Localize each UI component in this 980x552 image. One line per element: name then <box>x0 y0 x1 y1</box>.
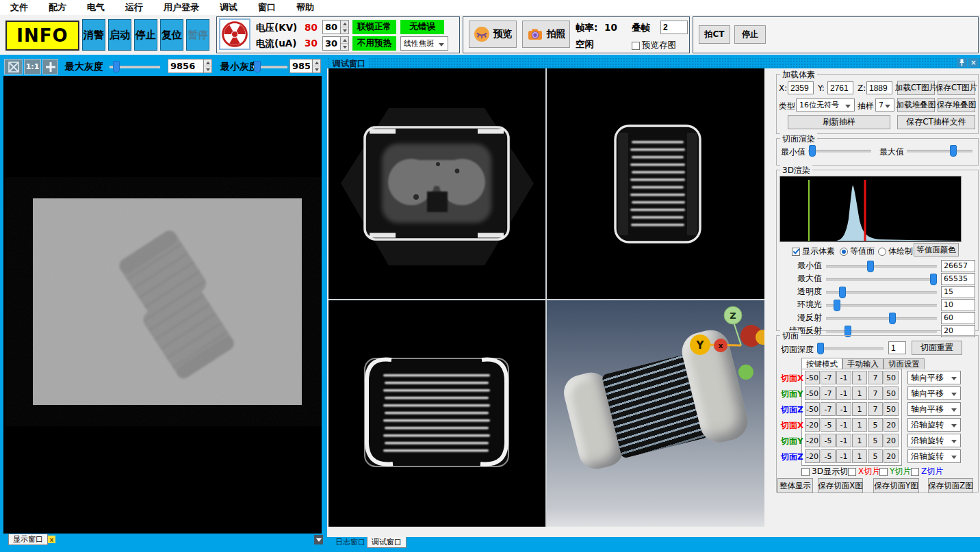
slice-step-button[interactable]: -1 <box>836 402 851 416</box>
save-slice-button[interactable]: 保存切面Z图 <box>928 478 973 493</box>
slider-track[interactable] <box>826 304 937 307</box>
max-gray-spinner[interactable] <box>203 59 212 73</box>
save-slice-button[interactable]: 保存切面Y图 <box>873 478 919 493</box>
slice-depth-input[interactable] <box>888 341 906 354</box>
min-gray-spinner[interactable] <box>312 59 321 73</box>
control-button[interactable]: 暂停 <box>186 19 209 51</box>
min-gray-thumb[interactable] <box>254 61 261 73</box>
menu-item[interactable]: 窗口 <box>248 1 286 14</box>
iso-color-button[interactable]: 等值面颜色 <box>914 243 959 257</box>
isosurface-item[interactable]: 等值面 <box>840 246 875 257</box>
show-voxel-item[interactable]: 显示体素 <box>792 246 835 257</box>
save-ct-button[interactable]: 保存CT图片 <box>938 81 975 95</box>
sample-dropdown[interactable]: 7 <box>875 98 894 111</box>
save-stack-button[interactable]: 保存堆叠图 <box>938 98 975 112</box>
save-slice-button[interactable]: 保存切面X图 <box>818 478 863 493</box>
ct-slice-view-yz[interactable] <box>547 68 764 299</box>
current-setpoint[interactable] <box>322 36 349 51</box>
tab-debug-window[interactable]: 调试窗口 <box>367 537 407 548</box>
slider[interactable] <box>826 260 937 272</box>
slice-step-button[interactable]: -20 <box>805 449 820 463</box>
isosurface-radio[interactable] <box>840 248 848 256</box>
slider-track[interactable] <box>826 278 937 281</box>
slice-step-button[interactable]: -5 <box>821 434 836 447</box>
current-setpoint-input[interactable] <box>322 36 340 51</box>
xray-live-image[interactable] <box>3 76 322 534</box>
slice-render-min-track[interactable] <box>808 150 871 153</box>
slice-step-button[interactable]: 1 <box>852 418 867 432</box>
checkbox[interactable] <box>911 468 919 476</box>
slice-step-button[interactable]: -50 <box>805 371 820 384</box>
axis-gizmo[interactable]: Z Y x <box>682 304 764 384</box>
pin-button[interactable] <box>957 58 967 67</box>
slice-render-min-slider[interactable] <box>808 144 871 157</box>
show-voxel-checkbox[interactable] <box>792 248 800 256</box>
slider[interactable] <box>826 273 937 285</box>
slice-step-button[interactable]: -20 <box>805 418 820 432</box>
slice-step-button[interactable]: 50 <box>884 386 899 400</box>
control-button[interactable]: 停止 <box>134 19 157 51</box>
slice-step-button[interactable]: -1 <box>836 434 851 447</box>
menu-item[interactable]: 帮助 <box>286 1 324 14</box>
stack-frames-input[interactable] <box>660 21 688 34</box>
slice-depth-slider[interactable] <box>818 342 884 354</box>
slice-mode-dropdown[interactable]: 轴向平移 <box>907 386 961 400</box>
type-dropdown[interactable]: 16位无符号 <box>796 98 855 111</box>
crosshair-button[interactable] <box>42 59 58 75</box>
save-preview-checkbox[interactable] <box>632 42 640 50</box>
slice-step-button[interactable]: -1 <box>836 371 851 384</box>
slice-render-max-slider[interactable] <box>907 144 972 157</box>
min-gray-slider[interactable] <box>253 60 287 73</box>
slice-mode-dropdown[interactable]: 沿轴旋转 <box>907 449 961 463</box>
slider-thumb[interactable] <box>839 287 846 298</box>
slice-mode-dropdown[interactable]: 沿轴旋转 <box>907 418 961 432</box>
slice-mode-tab[interactable]: 手动输入 <box>842 358 884 369</box>
slider-value-box[interactable]: 60 <box>941 312 975 324</box>
slice-render-max-track[interactable] <box>907 150 972 153</box>
control-button[interactable]: 消警 <box>82 19 105 51</box>
slice-step-button[interactable]: 1 <box>852 449 867 463</box>
slice-step-button[interactable]: 1 <box>852 371 867 384</box>
slice-step-button[interactable]: -7 <box>821 371 836 384</box>
focus-mode-dropdown[interactable]: 线性焦斑 <box>400 36 448 51</box>
photo-button[interactable]: 拍照 <box>522 21 570 48</box>
slice-step-button[interactable]: 5 <box>868 434 883 447</box>
load-ct-button[interactable]: 加载CT图片 <box>897 81 935 95</box>
volume-render-radio[interactable] <box>878 248 886 256</box>
slice-step-button[interactable]: 5 <box>868 418 883 432</box>
preview-button[interactable]: 预览 <box>469 21 517 48</box>
max-gray-input[interactable] <box>168 59 203 73</box>
slice-step-button[interactable]: -7 <box>821 386 836 400</box>
ct-slice-view-xy[interactable] <box>328 68 545 299</box>
voltage-spinner[interactable] <box>340 20 349 34</box>
slice-step-button[interactable]: 20 <box>884 418 899 432</box>
slice-step-button[interactable]: 7 <box>868 386 883 400</box>
slider[interactable] <box>826 299 937 311</box>
control-button[interactable]: 复位 <box>160 19 183 51</box>
max-gray-thumb[interactable] <box>113 61 120 73</box>
fit-window-button[interactable] <box>4 59 23 75</box>
stop-ct-button[interactable]: 停止 <box>734 25 766 44</box>
slice-mode-tab[interactable]: 按键模式 <box>801 358 842 369</box>
checkbox[interactable] <box>848 468 856 476</box>
voltage-setpoint[interactable] <box>322 20 349 34</box>
radiation-button[interactable] <box>219 18 250 50</box>
slice-step-button[interactable]: -50 <box>805 402 820 416</box>
slice-render-max-thumb[interactable] <box>950 145 957 157</box>
voxel-x-input[interactable] <box>788 81 814 94</box>
tabstrip-dropdown-button[interactable] <box>314 535 323 544</box>
slice-checkbox-item[interactable]: Y切片 <box>879 466 911 477</box>
zoom-1to1-button[interactable]: 1:1 <box>24 59 41 75</box>
slice-render-min-thumb[interactable] <box>809 145 816 157</box>
current-spinner[interactable] <box>340 36 349 51</box>
volume-3d-view[interactable]: Z Y x <box>547 300 764 527</box>
ct-slice-view-xz[interactable] <box>328 300 545 527</box>
slice-step-button[interactable]: -1 <box>836 449 851 463</box>
save-preview-checkbox-item[interactable]: 预览存图 <box>632 40 676 51</box>
checkbox[interactable] <box>801 468 810 476</box>
slice-step-button[interactable]: 1 <box>852 386 867 400</box>
slice-step-button[interactable]: -20 <box>805 434 820 447</box>
slice-step-button[interactable]: -1 <box>836 386 851 400</box>
tab-close-badge[interactable]: x <box>48 536 55 543</box>
close-button[interactable]: × <box>968 58 979 67</box>
